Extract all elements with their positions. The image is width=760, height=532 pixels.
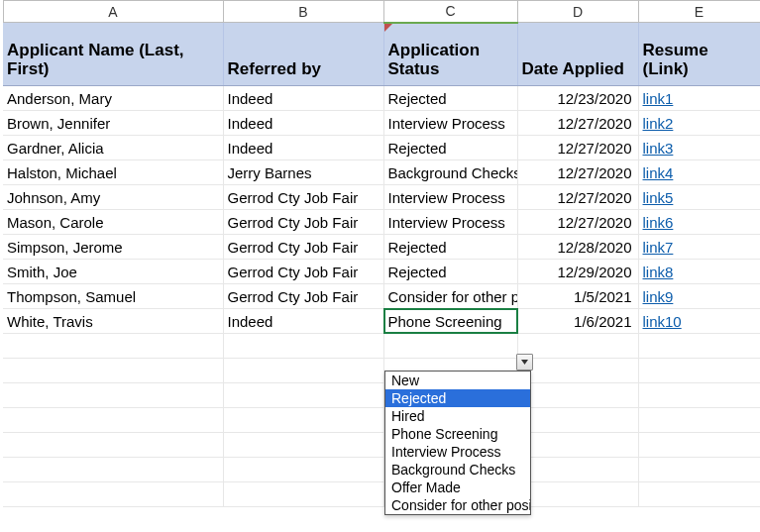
empty-cell[interactable] [223,482,383,507]
empty-cell[interactable] [3,458,223,482]
cell-name[interactable]: Anderson, Mary [3,86,223,111]
cell-resume[interactable]: link1 [638,86,760,111]
resume-link[interactable]: link3 [643,140,674,157]
empty-cell[interactable] [517,433,638,458]
resume-link[interactable]: link10 [643,313,682,330]
cell-referred-by[interactable]: Indeed [223,86,383,111]
empty-cell[interactable] [638,383,760,408]
empty-cell[interactable] [3,359,223,383]
dropdown-option[interactable]: Phone Screening [385,425,530,443]
resume-link[interactable]: link5 [643,189,674,206]
empty-cell[interactable] [517,458,638,482]
empty-cell[interactable] [517,482,638,507]
cell-resume[interactable]: link10 [638,309,760,334]
cell-status[interactable]: Background Checks [383,160,517,185]
cell-referred-by[interactable]: Indeed [223,309,383,334]
cell-name[interactable]: Thompson, Samuel [3,284,223,309]
resume-link[interactable]: link6 [643,214,674,231]
cell-status[interactable]: Rejected [383,136,517,160]
cell-date[interactable]: 1/6/2021 [517,309,638,334]
col-header-A[interactable]: A [3,1,223,23]
header-resume-link[interactable]: Resume (Link) [638,23,760,86]
cell-resume[interactable]: link5 [638,185,760,210]
empty-cell[interactable] [223,458,383,482]
resume-link[interactable]: link9 [643,288,674,305]
cell-referred-by[interactable]: Gerrod Cty Job Fair [223,235,383,260]
cell-resume[interactable]: link6 [638,210,760,235]
cell-status[interactable]: Rejected [383,235,517,260]
cell-date[interactable]: 12/28/2020 [517,235,638,260]
cell-name[interactable]: Johnson, Amy [3,185,223,210]
resume-link[interactable]: link8 [643,264,674,280]
empty-cell[interactable] [3,408,223,433]
cell-name[interactable]: Brown, Jennifer [3,111,223,136]
data-validation-dropdown-button[interactable] [516,354,533,371]
empty-cell[interactable] [3,383,223,408]
cell-name[interactable]: Smith, Joe [3,260,223,284]
cell-status[interactable]: Interview Process [383,111,517,136]
empty-cell[interactable] [223,408,383,433]
header-date-applied[interactable]: Date Applied [517,23,638,86]
empty-cell[interactable] [638,334,760,359]
empty-cell[interactable] [223,359,383,383]
resume-link[interactable]: link1 [643,90,674,107]
cell-referred-by[interactable]: Jerry Barnes [223,160,383,185]
empty-cell[interactable] [517,383,638,408]
cell-referred-by[interactable]: Indeed [223,136,383,160]
cell-name[interactable]: White, Travis [3,309,223,334]
empty-cell[interactable] [638,433,760,458]
empty-cell[interactable] [3,334,223,359]
cell-name[interactable]: Mason, Carole [3,210,223,235]
status-dropdown-list[interactable]: NewRejectedHiredPhone ScreeningInterview… [384,371,531,515]
col-header-E[interactable]: E [638,1,760,23]
cell-date[interactable]: 12/23/2020 [517,86,638,111]
empty-cell[interactable] [517,408,638,433]
cell-date[interactable]: 12/27/2020 [517,160,638,185]
cell-status[interactable]: Rejected [383,86,517,111]
dropdown-option[interactable]: Consider for other positions [385,496,530,514]
empty-cell[interactable] [638,359,760,383]
col-header-D[interactable]: D [517,1,638,23]
cell-date[interactable]: 12/27/2020 [517,136,638,160]
dropdown-option[interactable]: Interview Process [385,443,530,461]
cell-resume[interactable]: link2 [638,111,760,136]
cell-status[interactable]: Phone Screening [383,309,517,334]
dropdown-option[interactable]: Offer Made [385,479,530,496]
cell-status[interactable]: Interview Process [383,210,517,235]
cell-name[interactable]: Simpson, Jerome [3,235,223,260]
cell-date[interactable]: 12/27/2020 [517,185,638,210]
cell-resume[interactable]: link7 [638,235,760,260]
empty-cell[interactable] [223,334,383,359]
header-application-status[interactable]: Application Status [383,23,517,86]
header-applicant-name[interactable]: Applicant Name (Last, First) [3,23,223,86]
empty-cell[interactable] [223,433,383,458]
col-header-C[interactable]: C [383,1,517,23]
cell-date[interactable]: 12/29/2020 [517,260,638,284]
cell-date[interactable]: 12/27/2020 [517,210,638,235]
cell-referred-by[interactable]: Gerrod Cty Job Fair [223,210,383,235]
cell-name[interactable]: Gardner, Alicia [3,136,223,160]
cell-status[interactable]: Rejected [383,260,517,284]
col-header-B[interactable]: B [223,1,383,23]
cell-referred-by[interactable]: Indeed [223,111,383,136]
empty-cell[interactable] [638,408,760,433]
empty-cell[interactable] [383,334,517,359]
cell-status[interactable]: Consider for other positions [383,284,517,309]
cell-status[interactable]: Interview Process [383,185,517,210]
cell-referred-by[interactable]: Gerrod Cty Job Fair [223,260,383,284]
empty-cell[interactable] [638,482,760,507]
cell-date[interactable]: 1/5/2021 [517,284,638,309]
dropdown-option[interactable]: Rejected [385,389,530,407]
empty-cell[interactable] [517,334,638,359]
cell-resume[interactable]: link9 [638,284,760,309]
cell-date[interactable]: 12/27/2020 [517,111,638,136]
empty-cell[interactable] [517,359,638,383]
cell-referred-by[interactable]: Gerrod Cty Job Fair [223,185,383,210]
empty-cell[interactable] [3,433,223,458]
cell-resume[interactable]: link8 [638,260,760,284]
resume-link[interactable]: link2 [643,115,674,132]
empty-cell[interactable] [223,383,383,408]
dropdown-option[interactable]: Hired [385,407,530,425]
cell-referred-by[interactable]: Gerrod Cty Job Fair [223,284,383,309]
empty-cell[interactable] [3,482,223,507]
